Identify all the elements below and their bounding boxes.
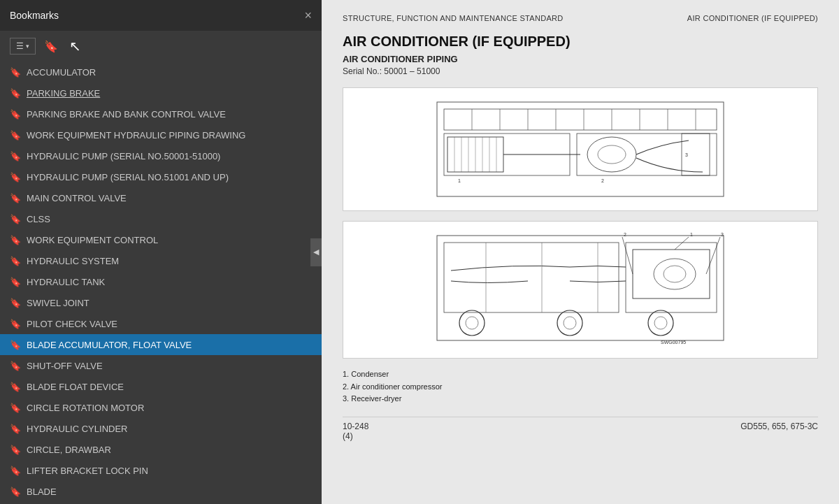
- bookmark-icon: 🔖: [10, 466, 20, 476]
- panel-header: Bookmarks ×: [0, 0, 322, 31]
- bookmark-icon: 🔖: [10, 256, 20, 266]
- diagram-bottom: 1 2 3 SWG00795: [343, 221, 818, 359]
- bookmark-icon: 🔖: [10, 361, 20, 371]
- diagram-top-svg: 3 1 2: [430, 95, 731, 203]
- bookmark-item-hydraulic-pump-1[interactable]: 🔖HYDRAULIC PUMP (SERIAL NO.50001-51000): [0, 145, 322, 166]
- bookmark-label: CIRCLE, DRAWBAR: [27, 445, 111, 455]
- toolbar: ☰ ▾ 🔖 ↖: [0, 31, 322, 62]
- bookmark-label: HYDRAULIC CYLINDER: [27, 424, 127, 434]
- bookmark-label: LIFTER BRACKET LOCK PIN: [27, 466, 148, 476]
- bookmark-icon: 🔖: [10, 487, 20, 497]
- bookmark-list: 🔖ACCUMULATOR🔖PARKING BRAKE🔖PARKING BRAKE…: [0, 62, 322, 504]
- svg-text:2: 2: [601, 178, 604, 183]
- svg-rect-1: [444, 109, 717, 130]
- collapse-panel-button[interactable]: ◀: [310, 238, 322, 266]
- bookmark-icon: 🔖: [10, 340, 20, 350]
- doc-footer: 10-248 (4) GD555, 655, 675-3C: [343, 417, 818, 441]
- bookmark-label: PARKING BRAKE: [27, 88, 100, 99]
- svg-rect-28: [444, 243, 619, 312]
- chevron-down-icon: ▾: [26, 43, 29, 50]
- list-view-button[interactable]: ☰ ▾: [10, 38, 36, 55]
- doc-serial: Serial No.: 50001 – 51000: [343, 66, 818, 76]
- cursor-icon: ↖: [69, 38, 81, 55]
- bookmark-item-hydraulic-tank[interactable]: 🔖HYDRAULIC TANK: [0, 271, 322, 292]
- bookmark-icon: 🔖: [10, 277, 20, 287]
- document-view: STRUCTURE, FUNCTION AND MAINTENANCE STAN…: [322, 0, 839, 504]
- footer-left: 10-248 (4): [343, 422, 368, 441]
- bookmark-label: HYDRAULIC PUMP (SERIAL NO.51001 AND UP): [27, 172, 229, 182]
- bookmark-item-main-control-valve[interactable]: 🔖MAIN CONTROL VALVE: [0, 187, 322, 208]
- doc-subtitle: AIR CONDITIONER PIPING: [343, 54, 818, 64]
- bookmark-item-hydraulic-system[interactable]: 🔖HYDRAULIC SYSTEM: [0, 250, 322, 271]
- svg-text:3: 3: [685, 152, 688, 157]
- footer-model: GD555, 655, 675-3C: [740, 422, 818, 441]
- bookmark-label: SHUT-OFF VALVE: [27, 361, 103, 371]
- bookmark-item-parking-brake-bank[interactable]: 🔖PARKING BRAKE AND BANK CONTROL VALVE: [0, 103, 322, 124]
- bookmark-label: PILOT CHECK VALVE: [27, 319, 117, 329]
- bookmark-icon: 🔖: [10, 88, 20, 99]
- bookmark-label: CLSS: [27, 214, 50, 224]
- bookmark-item-hydraulic-pump-2[interactable]: 🔖HYDRAULIC PUMP (SERIAL NO.51001 AND UP): [0, 166, 322, 187]
- bookmark-item-work-equipment-hydraulic[interactable]: 🔖WORK EQUIPMENT HYDRAULIC PIPING DRAWING: [0, 124, 322, 145]
- svg-point-37: [654, 259, 696, 289]
- bookmark-item-pilot-check-valve[interactable]: 🔖PILOT CHECK VALVE: [0, 313, 322, 334]
- bookmark-icon: 🔖: [10, 382, 20, 392]
- bookmark-item-parking-brake[interactable]: 🔖PARKING BRAKE: [0, 82, 322, 103]
- bookmark-item-accumulator[interactable]: 🔖ACCUMULATOR: [0, 62, 322, 82]
- bookmark-icon: 🔖: [10, 424, 20, 434]
- footer-page: 10-248: [343, 422, 368, 431]
- diagram-bottom-svg: 1 2 3 SWG00795: [430, 229, 731, 351]
- bookmark-label: PARKING BRAKE AND BANK CONTROL VALVE: [27, 109, 226, 120]
- panel-title: Bookmarks: [10, 10, 59, 21]
- doc-header-right: AIR CONDITIONER (IF EQUIPPED): [687, 14, 818, 22]
- bookmark-item-work-equipment-control[interactable]: 🔖WORK EQUIPMENT CONTROL: [0, 229, 322, 250]
- bookmark-icon: 🔖: [10, 67, 20, 78]
- caption-2: 2. Air conditioner compressor: [343, 381, 818, 394]
- bookmark-label: SWIVEL JOINT: [27, 298, 89, 308]
- bookmark-icon: 🔖: [10, 298, 20, 308]
- svg-point-32: [557, 310, 582, 336]
- svg-point-34: [648, 310, 673, 336]
- svg-point-35: [654, 317, 667, 329]
- caption-list: 1. Condenser 2. Air conditioner compress…: [343, 368, 818, 405]
- close-button[interactable]: ×: [304, 9, 312, 22]
- diagram-top: 3 1 2: [343, 87, 818, 211]
- bookmark-item-circle-rotation-motor[interactable]: 🔖CIRCLE ROTATION MOTOR: [0, 397, 322, 418]
- footer-sub: (4): [343, 431, 368, 441]
- bookmark-icon: 🔖: [10, 130, 20, 141]
- svg-point-38: [664, 266, 686, 282]
- bookmark-item-lifter-bracket[interactable]: 🔖LIFTER BRACKET LOCK PIN: [0, 460, 322, 481]
- bookmark-item-hydraulic-cylinder[interactable]: 🔖HYDRAULIC CYLINDER: [0, 418, 322, 439]
- bookmark-label: WORK EQUIPMENT CONTROL: [27, 235, 158, 245]
- bookmark-label: ACCUMULATOR: [27, 67, 96, 78]
- svg-line-42: [675, 237, 689, 250]
- bookmark-icon: 🔖: [10, 319, 20, 329]
- svg-rect-27: [437, 236, 724, 340]
- bookmark-item-circle-drawbar[interactable]: 🔖CIRCLE, DRAWBAR: [0, 439, 322, 460]
- svg-rect-29: [626, 243, 717, 312]
- svg-text:1: 1: [690, 232, 693, 237]
- bookmark-item-blade-accumulator[interactable]: 🔖BLADE ACCUMULATOR, FLOAT VALVE: [0, 334, 322, 355]
- bookmark-item-clss[interactable]: 🔖CLSS: [0, 208, 322, 229]
- bookmark-icon: 🔖: [10, 151, 20, 161]
- bookmark-icon: 🔖: [10, 214, 20, 224]
- bookmark-label: HYDRAULIC PUMP (SERIAL NO.50001-51000): [27, 151, 220, 161]
- svg-point-30: [459, 310, 485, 336]
- caption-1: 1. Condenser: [343, 368, 818, 381]
- bookmark-item-blade-float-device[interactable]: 🔖BLADE FLOAT DEVICE: [0, 376, 322, 397]
- bookmark-label: WORK EQUIPMENT HYDRAULIC PIPING DRAWING: [27, 130, 245, 141]
- bookmark-tag-icon[interactable]: 🔖: [41, 37, 61, 56]
- bookmark-label: BLADE FLOAT DEVICE: [27, 382, 124, 392]
- svg-text:3: 3: [721, 232, 724, 237]
- bookmark-icon: 🔖: [10, 172, 20, 182]
- bookmark-label: MAIN CONTROL VALVE: [27, 193, 127, 203]
- bookmark-icon: 🔖: [10, 445, 20, 455]
- bookmark-item-shut-off-valve[interactable]: 🔖SHUT-OFF VALVE: [0, 355, 322, 376]
- bookmark-item-swivel-joint[interactable]: 🔖SWIVEL JOINT: [0, 292, 322, 313]
- bookmark-item-blade[interactable]: 🔖BLADE: [0, 481, 322, 502]
- doc-header-left: STRUCTURE, FUNCTION AND MAINTENANCE STAN…: [343, 14, 564, 22]
- bookmark-icon: 🔖: [10, 193, 20, 203]
- bookmark-label: CIRCLE ROTATION MOTOR: [27, 403, 144, 413]
- bookmark-icon: 🔖: [10, 235, 20, 245]
- svg-point-33: [564, 317, 576, 329]
